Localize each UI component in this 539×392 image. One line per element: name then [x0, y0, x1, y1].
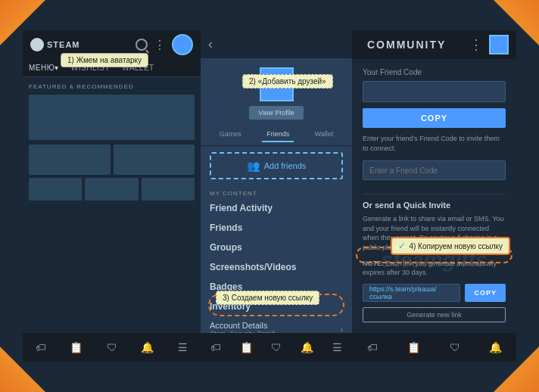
friend-code-input[interactable]	[363, 81, 506, 102]
steam-logo: STEAM	[30, 38, 80, 51]
avatar[interactable]	[172, 34, 193, 55]
shield-icon-right[interactable]: 🛡	[448, 341, 462, 354]
community-options-icon[interactable]: ⋮	[469, 36, 483, 53]
community-avatar[interactable]	[489, 35, 509, 54]
friend-code-helper: Enter your friend's Friend Code to invit…	[363, 134, 506, 153]
bell-icon-mid[interactable]: 🔔	[300, 341, 313, 354]
note-text: NOTE: Each link you generate automatical…	[363, 259, 506, 278]
menu-badges[interactable]: Badges	[201, 277, 352, 297]
featured-image-3	[114, 145, 195, 175]
account-details-label: Account Details	[210, 321, 278, 330]
copy-friend-code-button[interactable]: COPY	[363, 108, 506, 128]
add-friends-button[interactable]: 👥 Add friends	[210, 152, 343, 179]
nav-wishlist[interactable]: WISHLIST	[65, 59, 116, 76]
menu-groups[interactable]: Groups	[201, 238, 352, 257]
page-icon-right[interactable]: 📋	[407, 341, 420, 354]
left-panel: STEAM ⋮ 1) Жмем на аватарку МЕНЮ▾ WISHLI…	[23, 30, 201, 362]
page-icon[interactable]: 📋	[70, 341, 83, 354]
featured-images	[29, 95, 195, 201]
featured-image-5	[85, 178, 138, 201]
featured-image-main	[29, 95, 195, 140]
view-profile-button[interactable]: View Profile	[249, 106, 303, 120]
steam-logo-icon	[30, 38, 44, 51]
copy-link-button[interactable]: COPY	[465, 284, 506, 302]
link-row: https://s.team/p/ваша/ссылка COPY	[363, 284, 506, 302]
profile-avatar[interactable]	[260, 67, 294, 101]
nav-menu[interactable]: МЕНЮ▾	[23, 59, 65, 76]
my-content-label: MY CONTENT	[201, 185, 352, 198]
bottom-bar-right: 🏷 📋 🛡 🔔	[352, 333, 516, 362]
menu-screenshots-videos[interactable]: Screenshots/Videos	[201, 257, 352, 277]
tag-icon[interactable]: 🏷	[34, 341, 48, 354]
tab-games[interactable]: Games	[215, 127, 246, 142]
mid-tabs: Games Friends Wallet	[201, 124, 352, 146]
featured-image-4	[29, 178, 82, 201]
right-content: steamgifts Your Friend Code COPY Enter y…	[352, 59, 516, 333]
search-icon[interactable]	[136, 39, 148, 51]
tab-wallet[interactable]: Wallet	[310, 127, 338, 142]
shield-icon[interactable]: 🛡	[105, 341, 119, 354]
bottom-bar-left: 🏷 📋 🛡 🔔 ☰	[23, 333, 201, 362]
chevron-right-icon: ›	[341, 325, 343, 334]
quick-invite-label: Or send a Quick Invite	[363, 201, 506, 210]
back-arrow-icon[interactable]: ‹	[208, 36, 213, 52]
page-icon-mid[interactable]: 📋	[239, 341, 253, 354]
middle-panel: ‹ 2) «Добавить друзей» View Profile Game…	[201, 30, 352, 362]
mid-header: ‹	[201, 30, 352, 58]
generate-link-button[interactable]: Generate new link	[363, 307, 506, 322]
menu-icon-mid[interactable]: ☰	[330, 341, 344, 354]
bell-icon-right[interactable]: 🔔	[489, 341, 503, 354]
nav-wallet[interactable]: WALLET	[116, 59, 160, 76]
menu-friends[interactable]: Friends	[201, 218, 352, 238]
community-title: COMMUNITY	[367, 39, 446, 51]
invite-link-text: https://s.team/p/ваша/ссылка	[363, 284, 460, 302]
tab-friends[interactable]: Friends	[262, 127, 294, 142]
menu-inventory[interactable]: Inventory	[201, 297, 352, 316]
add-friends-label: Add friends	[264, 161, 307, 170]
community-header: COMMUNITY ⋮	[352, 30, 516, 59]
menu-friend-activity[interactable]: Friend Activity	[201, 198, 352, 218]
right-panel: COMMUNITY ⋮ steamgifts Your Friend Code …	[352, 30, 516, 362]
steam-logo-text: STEAM	[47, 40, 80, 49]
featured-section: FEATURED & RECOMMENDED	[23, 77, 201, 207]
featured-image-2	[29, 145, 111, 175]
enter-friend-code-input[interactable]	[363, 160, 506, 180]
menu-icon[interactable]: ☰	[176, 341, 190, 354]
more-options-icon[interactable]: ⋮	[154, 38, 166, 52]
add-friends-icon: 👥	[247, 160, 260, 172]
bell-icon[interactable]: 🔔	[141, 341, 154, 354]
featured-image-6	[142, 178, 195, 201]
quick-invite-desc: Generate a link to share via email or SM…	[363, 214, 506, 252]
friend-code-label: Your Friend Code	[363, 68, 506, 76]
tag-icon-right[interactable]: 🏷	[366, 341, 379, 354]
note-label: NOTE:	[363, 260, 384, 267]
steam-nav: МЕНЮ▾ WISHLIST WALLET	[23, 59, 201, 77]
tag-icon-mid[interactable]: 🏷	[209, 341, 223, 354]
steam-header: STEAM ⋮	[23, 30, 201, 59]
shield-icon-mid[interactable]: 🛡	[270, 341, 283, 354]
featured-label: FEATURED & RECOMMENDED	[29, 83, 195, 90]
divider	[363, 194, 506, 194]
bottom-bar-mid: 🏷 📋 🛡 🔔 ☰	[201, 333, 352, 362]
